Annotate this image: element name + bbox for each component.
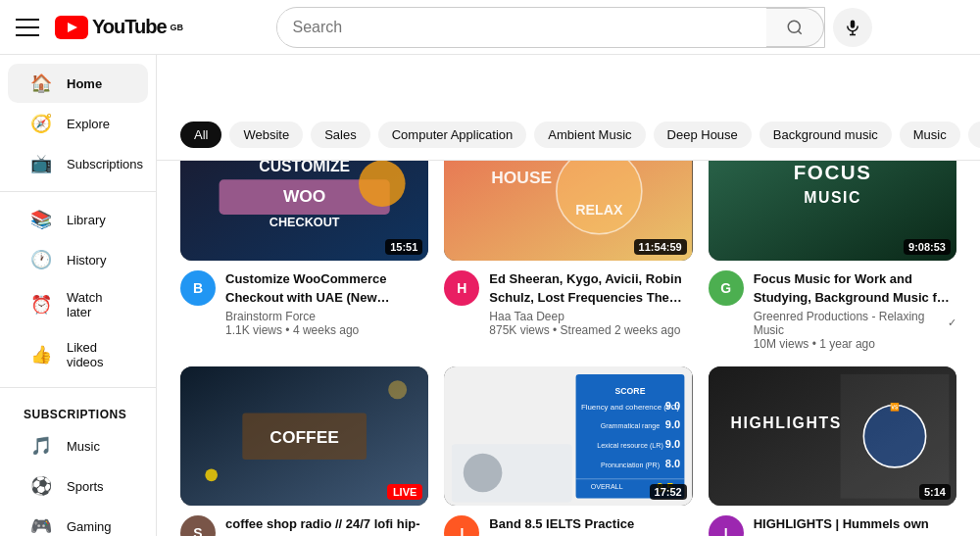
filter-chip-computer-application[interactable]: Computer Application <box>378 122 527 148</box>
channel-avatar: G <box>709 270 744 306</box>
sidebar-item-liked[interactable]: 👍 Liked videos <box>8 330 148 379</box>
svg-point-44 <box>863 405 925 466</box>
svg-point-2 <box>788 21 800 32</box>
svg-text:MUSIC: MUSIC <box>804 189 861 206</box>
filter-chip-playlists[interactable]: Playlists <box>968 122 980 148</box>
sidebar-item-explore[interactable]: 🧭 Explore <box>8 104 148 143</box>
sidebar-label-watch-later: Watch later <box>67 290 124 319</box>
svg-text:9.0: 9.0 <box>665 418 680 430</box>
sidebar-item-sports[interactable]: ⚽ Sports <box>8 466 148 506</box>
sidebar-label-gaming: Gaming <box>67 519 112 534</box>
svg-text:OVERALL: OVERALL <box>591 483 623 491</box>
svg-point-12 <box>359 161 405 207</box>
video-channel: Brainstorm Force <box>225 310 428 323</box>
sidebar-item-watch-later[interactable]: ⏰ Watch later <box>8 280 148 329</box>
video-card-v5[interactable]: SCORE Fluency and coherence (FC) 9.0 Gra… <box>444 366 692 536</box>
sidebar-label-history: History <box>67 253 106 268</box>
search-bar <box>276 7 825 48</box>
mic-button[interactable] <box>833 8 872 47</box>
video-meta: Focus Music for Work and Studying, Backg… <box>754 270 956 350</box>
header: YouTubeGB <box>0 0 980 55</box>
sidebar-label-sports: Sports <box>67 479 104 494</box>
video-info: B Customize WooCommerce Checkout with UA… <box>180 261 428 336</box>
sidebar-item-home[interactable]: 🏠 Home <box>8 64 148 103</box>
thumbnail: SCORE Fluency and coherence (FC) 9.0 Gra… <box>444 366 692 506</box>
svg-text:8.0: 8.0 <box>665 458 680 469</box>
music-icon: 🎵 <box>31 436 51 456</box>
thumbnail: HIGHLIGHTS 🆚 5:14 <box>709 366 956 506</box>
filter-chip-sales[interactable]: Sales <box>311 122 370 148</box>
filter-chip-ambient-music[interactable]: Ambient Music <box>534 122 645 148</box>
sidebar-item-subscriptions[interactable]: 📺 Subscriptions <box>8 144 148 183</box>
sidebar-item-history[interactable]: 🕐 History <box>8 240 148 279</box>
watch-later-icon: ⏰ <box>31 295 51 315</box>
filter-chip-background-music[interactable]: Background music <box>760 122 892 148</box>
svg-text:CUSTOMIZE: CUSTOMIZE <box>259 158 350 174</box>
gaming-icon: 🎮 <box>31 516 51 536</box>
filter-chip-music[interactable]: Music <box>900 122 960 148</box>
video-info: H Ed Sheeran, Kygo, Avicii, Robin Schulz… <box>444 261 692 336</box>
filter-chip-deep-house[interactable]: Deep House <box>654 122 752 148</box>
live-indicator: LIVE <box>387 484 422 500</box>
video-meta: Ed Sheeran, Kygo, Avicii, Robin Schulz, … <box>489 270 692 336</box>
search-icon <box>786 19 804 36</box>
thumbnail: COFFEE LIVE <box>180 366 428 506</box>
svg-text:HOUSE: HOUSE <box>492 168 553 187</box>
channel-avatar: I <box>709 515 744 536</box>
video-info: S coffee shop radio // 24/7 lofi hip-hop… <box>180 506 428 536</box>
video-meta: coffee shop radio // 24/7 lofi hip-hop b… <box>225 515 428 536</box>
svg-text:Grammatical range: Grammatical range <box>601 422 660 430</box>
sidebar-label-library: Library <box>67 213 106 227</box>
logo[interactable]: YouTubeGB <box>55 16 183 39</box>
svg-text:Pronunciation (PR): Pronunciation (PR) <box>601 462 660 469</box>
svg-rect-4 <box>850 20 855 27</box>
header-center <box>183 7 964 48</box>
video-stats: 10M views • 1 year ago <box>754 337 956 351</box>
video-meta: Customize WooCommerce Checkout with UAE … <box>225 270 428 336</box>
video-title: coffee shop radio // 24/7 lofi hip-hop b… <box>225 515 428 536</box>
svg-text:9.0: 9.0 <box>665 399 680 411</box>
video-grid: CUSTOMIZE WOO CHECKOUT 15:51 B Customize… <box>180 122 956 536</box>
video-title: Customize WooCommerce Checkout with UAE … <box>225 270 428 306</box>
sidebar-item-library[interactable]: 📚 Library <box>8 200 148 239</box>
duration-badge: 11:54:59 <box>634 239 687 255</box>
history-icon: 🕐 <box>31 250 51 269</box>
sidebar-label-home: Home <box>67 76 102 91</box>
svg-line-3 <box>798 30 801 33</box>
sidebar-item-music[interactable]: 🎵 Music <box>8 426 148 465</box>
verified-icon: ✓ <box>948 317 956 329</box>
video-meta: Band 8.5 IELTS Practice Speaking Exam (m… <box>489 515 692 536</box>
sidebar-item-gaming[interactable]: 🎮 Gaming <box>8 507 148 536</box>
sports-icon: ⚽ <box>31 476 51 496</box>
mic-icon <box>844 19 861 36</box>
video-info: I HIGHLIGHTS | Hummels own goal gives Fr… <box>709 506 956 536</box>
channel-avatar: B <box>180 270 216 306</box>
video-channel: Greenred Productions - Relaxing Music✓ <box>754 310 956 337</box>
sidebar-label-music: Music <box>67 439 100 454</box>
video-channel: Haa Taa Deep <box>489 310 692 323</box>
filter-chip-website[interactable]: Website <box>229 122 303 148</box>
duration-badge: 17:52 <box>650 484 687 500</box>
header-left: YouTubeGB <box>16 16 183 39</box>
svg-text:Lexical resource (LR): Lexical resource (LR) <box>598 442 664 450</box>
svg-point-23 <box>205 468 218 481</box>
svg-point-24 <box>388 380 407 399</box>
home-icon: 🏠 <box>31 73 51 93</box>
channel-avatar: I <box>444 515 479 536</box>
svg-text:9.0: 9.0 <box>665 438 680 450</box>
filter-bar: AllWebsiteSalesComputer ApplicationAmbie… <box>157 110 980 161</box>
logo-badge: GB <box>171 23 184 32</box>
sidebar-label-liked: Liked videos <box>67 340 124 369</box>
filter-chip-all[interactable]: All <box>180 122 221 148</box>
video-card-v4[interactable]: COFFEE LIVE S coffee shop radio // 24/7 … <box>180 366 428 536</box>
video-card-v6[interactable]: HIGHLIGHTS 🆚 5:14 I HIGHLIGHTS | Hummels… <box>709 366 956 536</box>
explore-icon: 🧭 <box>31 114 51 133</box>
liked-icon: 👍 <box>31 345 51 365</box>
channel-avatar: H <box>444 270 479 306</box>
menu-icon[interactable] <box>16 16 39 39</box>
search-button[interactable] <box>766 8 824 47</box>
video-title: Band 8.5 IELTS Practice Speaking Exam (m… <box>489 515 692 536</box>
logo-text: YouTube <box>92 16 167 38</box>
subscriptions-section-title: SUBSCRIPTIONS <box>0 396 156 425</box>
search-input[interactable] <box>277 11 766 44</box>
